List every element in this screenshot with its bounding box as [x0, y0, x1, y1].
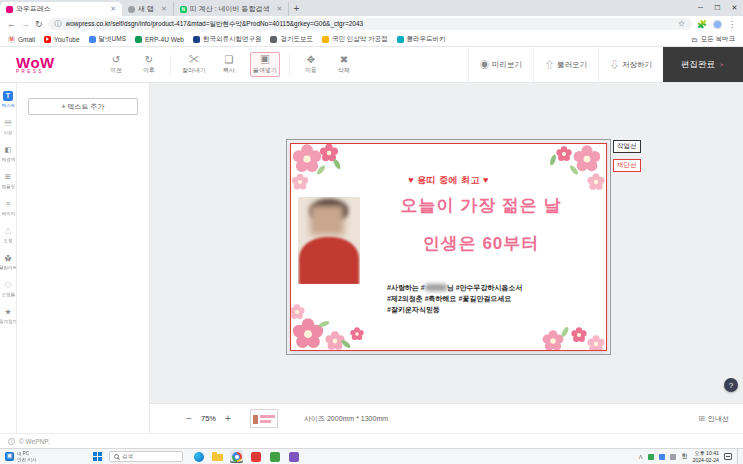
sidebar-item-clipart[interactable]: ✿클립아트 — [0, 248, 17, 274]
browser-tab-bar: 와우프레스 ✕ 새 탭 ✕ N 띠 계산 : 네이버 통합검색 ✕ + ─ ☐ … — [0, 0, 743, 16]
bookmark-label: 한국의류시험연구원 — [203, 35, 262, 44]
action-center-icon[interactable] — [724, 453, 732, 460]
sidebar-item-template[interactable]: ⊞템플릿 — [0, 167, 17, 193]
bookmark-youtube[interactable]: YouTube — [44, 36, 80, 43]
bookmark-item[interactable]: 국민 인삼약 가공점 — [322, 35, 388, 44]
site-info-icon[interactable]: ⓘ — [55, 19, 62, 29]
search-icon — [114, 454, 119, 459]
pc-shield-icon: ▣ — [5, 452, 14, 461]
taskbar-app-red[interactable] — [249, 450, 262, 463]
tray-expand-icon[interactable]: ∧ — [638, 452, 644, 462]
taskbar-app-green[interactable] — [268, 450, 281, 463]
move-icon: ✥ — [307, 54, 315, 65]
blurred-name — [425, 284, 447, 291]
taskbar-app-edge[interactable] — [192, 450, 205, 463]
redo-button[interactable]: ↻이후 — [137, 53, 161, 76]
taskbar-search-box[interactable]: 검색 — [109, 451, 183, 462]
toolbar-divider — [289, 55, 290, 75]
window-close-button[interactable]: ✕ — [726, 0, 743, 16]
bookmark-item[interactable]: 한국의류시험연구원 — [193, 35, 262, 44]
back-icon[interactable]: ← — [7, 16, 16, 32]
help-button[interactable]: ? — [724, 378, 738, 392]
design-hashtags[interactable]: #사랑하는 #님 #만수무강하시옵소서 #제2의청춘 #축하해요 #꽃길만걸으세… — [387, 282, 523, 315]
design-sheet[interactable]: ♥ 용띠 중에 최고 ♥ 오늘이 가장 젊은 날 인생은 60부터 #사랑하는 … — [290, 143, 607, 351]
security-widget[interactable]: ▣ 내 PC 안전 비서 — [0, 451, 86, 463]
save-button[interactable]: ⇩저장하기 — [598, 47, 663, 82]
bookmark-gmail[interactable]: MGmail — [8, 36, 35, 43]
tab-naver-search[interactable]: N 띠 계산 : 네이버 통합검색 ✕ — [174, 2, 290, 16]
window-controls: ─ ☐ ✕ — [692, 0, 743, 16]
bookmark-item[interactable]: 경기도보도 — [270, 35, 313, 44]
taskbar-app-chrome[interactable] — [230, 450, 243, 463]
tray-icon[interactable] — [659, 454, 665, 460]
forward-icon[interactable]: → — [21, 16, 30, 32]
extensions-puzzle-icon[interactable]: 🧩 — [697, 20, 707, 29]
bookmark-label: 국민 인삼약 가공점 — [332, 35, 388, 44]
paste-button[interactable]: ▣붙여넣기 — [250, 52, 280, 77]
design-title-text[interactable]: ♥ 용띠 중에 최고 ♥ — [291, 174, 606, 187]
browser-menu-icon[interactable]: ⋮ — [728, 20, 736, 29]
tab-new[interactable]: 새 탭 ✕ — [122, 2, 174, 16]
edit-toolbar: ↺이전 ↻이후 ✂잘라내기 ❏복사 ▣붙여넣기 ✥이동 ✖삭제 — [104, 52, 356, 77]
edit-complete-button[interactable]: 편집완료＞ — [663, 47, 743, 82]
tab-close-icon[interactable]: ✕ — [273, 5, 283, 13]
bookmark-item[interactable]: 클라우드바키 — [397, 35, 446, 44]
window-maximize-button[interactable]: ☐ — [709, 0, 726, 16]
bookmark-star-icon[interactable]: ☆ — [678, 19, 685, 29]
bookmark-item[interactable]: ERP-4U Web — [135, 36, 184, 43]
move-button[interactable]: ✥이동 — [299, 53, 323, 76]
zoom-out-button[interactable]: − — [183, 413, 195, 425]
add-text-button[interactable]: + 텍스트 추가 — [28, 98, 138, 115]
taskbar-app-purple[interactable] — [287, 450, 300, 463]
new-tab-button[interactable]: + — [289, 2, 303, 16]
sidebar-item-text[interactable]: T텍스트 — [0, 86, 17, 112]
sidebar-item-photo[interactable]: ▤사진 — [0, 113, 17, 139]
zoom-in-button[interactable]: + — [222, 413, 234, 425]
ime-language-indicator[interactable]: 한 — [681, 452, 687, 461]
page-thumbnail[interactable] — [250, 409, 278, 428]
design-headline-2[interactable]: 인생은 60부터 — [361, 232, 601, 255]
sidebar-item-bgcolor[interactable]: ◧배경색 — [0, 140, 17, 166]
show-desktop-button[interactable] — [737, 449, 740, 464]
load-button[interactable]: ⇧불러오기 — [533, 47, 598, 82]
undo-button[interactable]: ↺이전 — [104, 53, 128, 76]
tray-icon[interactable] — [670, 454, 676, 460]
guide-line-toggle[interactable]: ⊞안내선 — [698, 414, 729, 424]
design-canvas[interactable]: ♥ 용띠 중에 최고 ♥ 오늘이 가장 젊은 날 인생은 60부터 #사랑하는 … — [150, 83, 743, 403]
delete-button[interactable]: ✖삭제 — [332, 53, 356, 76]
bookmark-favicon — [322, 36, 329, 43]
app-icon — [270, 452, 280, 462]
tab-wowpress[interactable]: 와우프레스 ✕ — [0, 2, 122, 16]
tray-icon[interactable] — [648, 454, 654, 460]
tab-close-icon[interactable]: ✕ — [157, 5, 167, 13]
copy-icon: ❏ — [225, 54, 234, 65]
bookmark-item[interactable]: 달넷UMS — [89, 35, 126, 44]
toolbar-divider — [170, 55, 171, 75]
copy-button[interactable]: ❏복사 — [217, 53, 241, 76]
guide-icon: ⊞ — [698, 414, 705, 423]
naver-favicon: N — [180, 6, 187, 13]
save-icon: ⇩ — [610, 58, 619, 71]
url-input[interactable]: ⓘ wowpress.co.kr/self/dsgn/info/product-… — [48, 18, 692, 30]
undo-icon: ↺ — [112, 54, 120, 65]
cut-button[interactable]: ✂잘라내기 — [180, 53, 208, 76]
load-icon: ⇧ — [545, 58, 554, 71]
tab-close-icon[interactable]: ✕ — [106, 5, 116, 13]
sidebar-item-layer[interactable]: ≡레이어 — [0, 194, 17, 220]
sidebar-item-frame[interactable]: ◇모양틀 — [0, 275, 17, 301]
wowpress-logo[interactable]: WoW PRESS — [0, 55, 100, 75]
profile-avatar[interactable] — [713, 20, 722, 29]
taskbar-clock[interactable]: 오후 10:41 2024-02-24 — [692, 450, 719, 463]
logo-text: WoW — [16, 55, 100, 70]
reload-icon[interactable]: ↻ — [35, 16, 43, 32]
start-button[interactable] — [93, 452, 102, 461]
window-minimize-button[interactable]: ─ — [692, 0, 709, 16]
design-headline-1[interactable]: 오늘이 가장 젊은 날 — [361, 194, 601, 217]
preview-button[interactable]: ◉미리보기 — [468, 47, 533, 82]
widget-line-2: 안전 비서 — [17, 457, 37, 463]
sidebar-item-favorites[interactable]: ★즐겨찾기 — [0, 302, 17, 328]
all-bookmarks-button[interactable]: 🗀모든 북마크 — [691, 35, 735, 44]
design-photo[interactable] — [298, 197, 360, 284]
sidebar-item-shape[interactable]: △도형 — [0, 221, 17, 247]
taskbar-app-explorer[interactable] — [211, 450, 224, 463]
